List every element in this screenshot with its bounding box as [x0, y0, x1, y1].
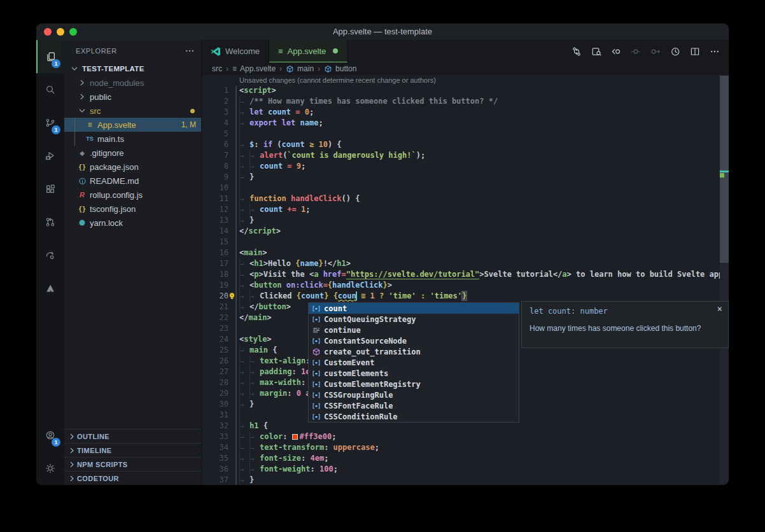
activity-item-source-control[interactable]: 1 [36, 106, 64, 139]
code-line-15[interactable]: 15 [202, 237, 720, 248]
tree-item-public[interactable]: public [64, 90, 201, 104]
code-editor[interactable]: Unsaved changes (cannot determine recent… [202, 75, 729, 485]
code-line-7[interactable]: 7→→alert(`count is dangerously high!`); [202, 150, 720, 161]
activity-item-github-pull-requests[interactable] [36, 206, 64, 239]
code-line-19[interactable]: 19→<button on:click={handleClick}> [202, 280, 720, 291]
suggest-item-create_out_transition[interactable]: create_out_transition [309, 346, 519, 357]
code-line-8[interactable]: 8→→count = 9; [202, 161, 720, 172]
code-line-36[interactable]: 36→→font-weight: 100; [202, 464, 720, 475]
code-line-16[interactable]: 16<main> [202, 248, 720, 258]
suggest-item-count[interactable]: count [309, 303, 519, 314]
desktop-background: App.svelte — test-template 111 EXPLORER … [0, 0, 765, 532]
activity-item-run-and-debug[interactable] [36, 139, 64, 172]
line-number: 17 [202, 258, 228, 269]
section-codetour[interactable]: CODETOUR [64, 471, 201, 485]
activity-item-settings[interactable] [36, 452, 64, 485]
file-history-icon[interactable] [670, 46, 680, 57]
tree-item-main-ts[interactable]: TSmain.ts [64, 132, 201, 146]
activity-item-accounts[interactable]: 1 [36, 419, 64, 452]
activity-item-extensions[interactable] [36, 172, 64, 206]
code-line-2[interactable]: 2→/** How many times has someone clicked… [202, 96, 720, 107]
code-line-17[interactable]: 17→<h1>Hello {name}!</h1> [202, 258, 720, 269]
code-line-4[interactable]: 4→export let name; [202, 118, 720, 129]
azure-icon [45, 283, 55, 293]
suggest-item-cssgroupingrule[interactable]: CSSGroupingRule [309, 389, 519, 400]
code-line-18[interactable]: 18→<p>Visit the <a href="https://svelte.… [202, 269, 720, 280]
suggest-item-cssconditionrule[interactable]: CSSConditionRule [309, 411, 519, 422]
section-outline[interactable]: OUTLINE [64, 429, 201, 443]
breadcrumb-item-button[interactable]: button [324, 64, 356, 73]
close-icon[interactable]: × [717, 304, 722, 314]
code-line-11[interactable]: 11→function handleClick() { [202, 193, 720, 204]
vscode-logo-icon [211, 46, 221, 57]
suggest-item-continue[interactable]: continue [309, 325, 519, 335]
tab-welcome[interactable]: Welcome [202, 40, 269, 62]
title-bar[interactable]: App.svelte — test-template [36, 24, 729, 40]
lightbulb-icon[interactable] [228, 292, 236, 300]
line-number: 30 [202, 399, 228, 410]
breadcrumb-item-app-svelte[interactable]: ≡App.svelte [232, 64, 276, 73]
code-line-12[interactable]: 12→→count += 1; [202, 204, 720, 215]
code-line-9[interactable]: 9→} [202, 172, 720, 183]
suggest-item-customelements[interactable]: customElements [309, 368, 519, 379]
editor-scrollbar [720, 75, 729, 485]
tree-item-test-template[interactable]: TEST-TEMPLATE [64, 62, 201, 76]
tree-item-package-json[interactable]: {}package.json [64, 160, 201, 174]
breadcrumb-item-main[interactable]: main [286, 64, 314, 73]
code-line-6[interactable]: 6→$: if (count ≥ 10) { [202, 139, 720, 150]
indent-tab: → [239, 442, 249, 453]
indent-tab: → [249, 442, 260, 453]
chevron-right-icon [77, 78, 87, 87]
code-line-37[interactable]: 37→} [202, 475, 720, 485]
suggest-item-cssfontfacerule[interactable]: CSSFontFaceRule [309, 400, 519, 411]
code-line-13[interactable]: 13→} [202, 215, 720, 226]
tree-item-app-svelte[interactable]: ≡App.svelte1, M [64, 118, 201, 132]
tree-item-label: main.ts [97, 134, 124, 144]
section-npm-scripts[interactable]: NPM SCRIPTS [64, 457, 201, 471]
code-line-20[interactable]: 20→→Clicked {count} {coun ≡ 1 ? 'time' :… [202, 291, 720, 302]
tree-item-src[interactable]: src [64, 104, 201, 118]
code-line-14[interactable]: 14</script> [202, 226, 720, 237]
code-line-35[interactable]: 35→→font-size: 4em; [202, 453, 720, 464]
split-editor-icon[interactable] [690, 46, 700, 57]
sidebar-header: EXPLORER [64, 40, 201, 62]
explorer-more-actions-icon[interactable] [185, 46, 195, 56]
tree-item-node-modules[interactable]: node_modules [64, 76, 201, 90]
tree-item-readme-md[interactable]: README.md [64, 174, 201, 188]
activity-item-explorer[interactable]: 1 [36, 40, 64, 73]
suggest-item-customevent[interactable]: CustomEvent [309, 357, 519, 368]
symbol-cube-icon [324, 65, 332, 73]
gitignore-icon: ◆ [80, 150, 85, 157]
activity-item-search[interactable] [36, 73, 64, 106]
scrollbar-thumb[interactable] [720, 76, 729, 263]
tree-item-yarn-lock[interactable]: yarn.lock [64, 216, 201, 230]
tree-item--gitignore[interactable]: ◆.gitignore [64, 146, 201, 160]
code-line-3[interactable]: 3→let count = 0; [202, 107, 720, 118]
breadcrumb-item-src[interactable]: src [212, 64, 222, 73]
suggest-item-customelementregistry[interactable]: CustomElementRegistry [309, 379, 519, 389]
code-line-1[interactable]: 1<script> [202, 85, 720, 96]
activity-item-live-share[interactable] [36, 239, 64, 272]
tab-app-svelte[interactable]: ≡App.svelte [269, 40, 347, 62]
tree-item-rollup-config-js[interactable]: Rrollup.config.js [64, 188, 201, 202]
symbol-variable-icon [311, 369, 321, 378]
suggest-item-constantsourcenode[interactable]: ConstantSourceNode [309, 335, 519, 346]
code-line-10[interactable]: 10→ [202, 183, 720, 193]
line-number: 27 [202, 367, 228, 377]
line-number: 35 [202, 453, 228, 464]
tree-item-label: node_modules [90, 78, 144, 88]
code-line-33[interactable]: 33→→color: #ff3e00; [202, 431, 720, 442]
compare-changes-icon[interactable] [572, 46, 582, 57]
code-line-34[interactable]: 34→→text-transform: uppercase; [202, 442, 720, 453]
tree-item-tsconfig-json[interactable]: {}tsconfig.json [64, 202, 201, 216]
open-preview-icon[interactable] [591, 46, 601, 57]
activity-item-azure[interactable] [36, 272, 64, 305]
suggest-item-countqueuingstrategy[interactable]: CountQueuingStrategy [309, 314, 519, 325]
more-actions-icon[interactable] [710, 46, 720, 57]
rollup-icon: R [80, 191, 85, 199]
suggest-label: create_out_transition [324, 347, 421, 356]
previous-change-icon[interactable] [611, 46, 621, 57]
git-status-badge: 1, M [181, 120, 196, 129]
section-timeline[interactable]: TIMELINE [64, 443, 201, 457]
code-line-5[interactable]: 5→ [202, 129, 720, 139]
